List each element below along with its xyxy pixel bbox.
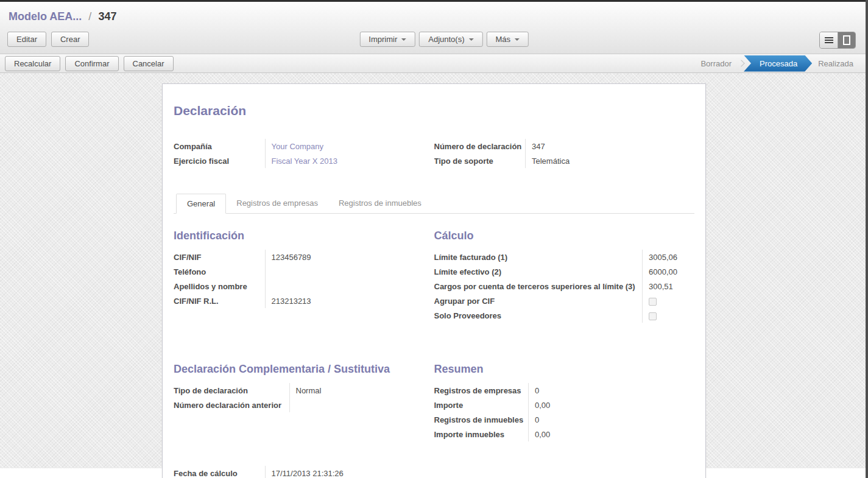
field-value: 6000,00 [643, 264, 695, 279]
field-label: CIF/NIF [174, 250, 265, 264]
field-row: Tipo de declaración Normal [174, 383, 421, 398]
edit-button[interactable]: Editar [7, 32, 46, 47]
field-row: Compañía Your Company [174, 139, 421, 153]
field-label: Compañía [174, 139, 265, 153]
field-label: Número de declaración [434, 139, 526, 153]
toolbar: Editar Crear Imprimir Adjunto(s) Más [7, 32, 861, 49]
field-table-right: Número de declaración 347 Tipo de soport… [434, 139, 695, 168]
field-value: 300,51 [643, 279, 695, 293]
field-row: Límite facturado (1) 3005,06 [434, 250, 695, 264]
list-view-icon [825, 37, 833, 43]
complementary-table: Tipo de declaración Normal Número declar… [174, 383, 421, 412]
window-right-edge [866, 0, 868, 478]
print-button[interactable]: Imprimir [359, 32, 415, 47]
tab-registros-empresas[interactable]: Registros de empresas [226, 194, 328, 214]
field-value [643, 308, 695, 323]
field-label: Límite facturado (1) [434, 250, 643, 264]
solo-proveedores-checkbox[interactable] [649, 312, 657, 320]
field-row: Cargos por cuenta de terceros superiores… [434, 279, 695, 293]
field-value: 213213213 [265, 293, 421, 308]
breadcrumb-current: 347 [98, 10, 116, 23]
field-row: Solo Proveedores [434, 308, 695, 323]
create-button[interactable]: Crear [51, 32, 90, 47]
field-value: 0,00 [529, 398, 695, 412]
field-label: Registros de inmuebles [434, 412, 529, 427]
status-flow: Borrador Procesada Realizada [694, 55, 859, 72]
field-label: Ejercicio fiscal [174, 153, 265, 168]
page-title: Declaración [174, 104, 694, 118]
dropdown-caret-icon [515, 38, 520, 41]
field-label: Importe inmuebles [434, 427, 529, 441]
field-label: Cargos por cuenta de terceros superiores… [434, 279, 643, 293]
form-sheet: Declaración Compañía Your Company Ejerci… [162, 83, 706, 478]
group-title-resumen: Resumen [434, 363, 695, 376]
status-procesada: Procesada [744, 55, 812, 72]
group-title-identificacion: Identificación [174, 230, 421, 242]
calculation-table: Límite facturado (1) 3005,06 Límite efec… [434, 250, 695, 323]
field-row: Ejercicio fiscal Fiscal Year X 2013 [174, 153, 421, 168]
field-value [265, 279, 421, 293]
form-view-icon [843, 35, 850, 45]
tab-registros-inmuebles[interactable]: Registros de inmuebles [328, 194, 432, 214]
attachments-button[interactable]: Adjunto(s) [419, 32, 482, 47]
field-row: Importe 0,00 [434, 398, 695, 412]
chevron-right-icon [738, 60, 744, 66]
field-label: Límite efectivo (2) [434, 264, 643, 279]
group-title-calculo: Cálculo [434, 230, 695, 242]
field-row: Número de declaración 347 [434, 139, 695, 153]
tab-general[interactable]: General [176, 194, 226, 214]
breadcrumb: Modelo AEA... / 347 [9, 10, 861, 23]
field-value [265, 264, 421, 279]
dropdown-caret-icon [401, 38, 406, 41]
agrupar-por-cif-checkbox[interactable] [649, 298, 657, 306]
field-label: Tipo de soporte [434, 153, 526, 168]
groups-row-2: Declaración Complementaria / Sustitutiva… [174, 348, 694, 441]
field-row: Importe inmuebles 0,00 [434, 427, 695, 441]
company-link[interactable]: Your Company [265, 139, 421, 153]
dropdown-caret-icon [468, 38, 473, 41]
field-value: 0 [529, 383, 695, 398]
field-label: Fecha de cálculo [174, 466, 265, 478]
field-value [643, 293, 695, 308]
more-button-label: Más [495, 35, 510, 44]
field-row: Agrupar por CIF [434, 293, 695, 308]
field-label: Tipo de declaración [174, 383, 289, 398]
print-button-label: Imprimir [369, 35, 397, 44]
header-fields: Compañía Your Company Ejercicio fiscal F… [174, 139, 694, 168]
confirm-button[interactable]: Confirmar [65, 56, 118, 71]
field-row: Tipo de soporte Telemática [434, 153, 695, 168]
field-value: 0 [529, 412, 695, 427]
field-label: Solo Proveedores [434, 308, 643, 323]
field-label: CIF/NIF R.L. [174, 293, 265, 308]
content-area: Declaración Compañía Your Company Ejerci… [0, 73, 868, 468]
fiscal-year-link[interactable]: Fiscal Year X 2013 [265, 153, 421, 168]
recalculate-button[interactable]: Recalcular [5, 56, 60, 71]
field-value: 17/11/2013 21:31:26 [265, 466, 421, 478]
attachments-button-label: Adjunto(s) [428, 35, 464, 44]
cancel-button[interactable]: Cancelar [124, 56, 174, 71]
field-table-left: Compañía Your Company Ejercicio fiscal F… [174, 139, 421, 168]
field-row: Número declaración anterior [174, 398, 421, 412]
field-row: Fecha de cálculo 17/11/2013 21:31:26 [174, 466, 421, 478]
statusbar-buttons: Recalcular Confirmar Cancelar [5, 56, 174, 71]
field-row: CIF/NIF R.L. 213213213 [174, 293, 421, 308]
field-value: 347 [526, 139, 695, 153]
footer-fields: Fecha de cálculo 17/11/2013 21:31:26 [174, 466, 434, 478]
field-label: Registros de empresas [434, 383, 529, 398]
field-value: 123456789 [265, 250, 421, 264]
field-row: CIF/NIF 123456789 [174, 250, 421, 264]
list-view-button[interactable] [820, 32, 838, 48]
notebook-tabs: General Registros de empresas Registros … [174, 194, 694, 214]
status-borrador: Borrador [694, 59, 738, 68]
field-value: Telemática [526, 153, 695, 168]
field-label: Agrupar por CIF [434, 293, 643, 308]
field-label: Importe [434, 398, 529, 412]
more-button[interactable]: Más [486, 32, 529, 47]
form-view-button[interactable] [838, 32, 855, 48]
group-title-complementaria: Declaración Complementaria / Sustitutiva [174, 363, 421, 376]
breadcrumb-parent-link[interactable]: Modelo AEA... [9, 10, 82, 23]
summary-table: Registros de empresas 0 Importe 0,00 Reg… [434, 383, 695, 441]
field-row: Registros de empresas 0 [434, 383, 695, 398]
footer-table: Fecha de cálculo 17/11/2013 21:31:26 [174, 466, 421, 478]
groups-row-1: Identificación CIF/NIF 123456789 Teléfon… [174, 215, 694, 323]
